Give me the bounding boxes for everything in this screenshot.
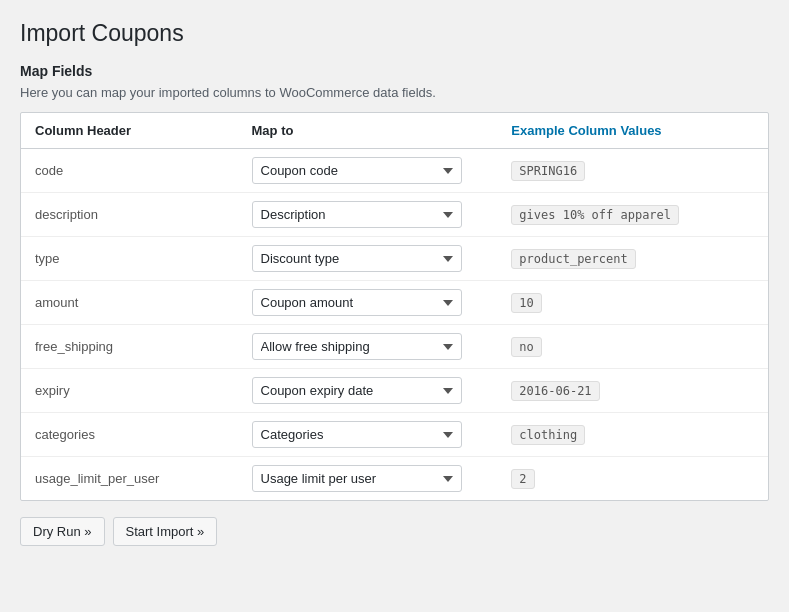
row-expiry-select[interactable]: -- Do not import --Coupon codeDescriptio…	[252, 377, 462, 404]
row-type-example: product_percent	[497, 237, 768, 281]
row-free_shipping-example: no	[497, 325, 768, 369]
row-free_shipping-example-value: no	[511, 337, 541, 357]
row-type-select[interactable]: -- Do not import --Coupon codeDescriptio…	[252, 245, 462, 272]
row-expiry-example-value: 2016-06-21	[511, 381, 599, 401]
table-row: free_shipping-- Do not import --Coupon c…	[21, 325, 768, 369]
row-expiry-mapto-cell: -- Do not import --Coupon codeDescriptio…	[238, 369, 498, 413]
row-free_shipping-select[interactable]: -- Do not import --Coupon codeDescriptio…	[252, 333, 462, 360]
table-row: description-- Do not import --Coupon cod…	[21, 193, 768, 237]
table-row: code-- Do not import --Coupon codeDescri…	[21, 149, 768, 193]
description-text: Here you can map your imported columns t…	[20, 85, 769, 100]
row-code-mapto-cell: -- Do not import --Coupon codeDescriptio…	[238, 149, 498, 193]
row-code-select[interactable]: -- Do not import --Coupon codeDescriptio…	[252, 157, 462, 184]
section-title: Map Fields	[20, 63, 769, 79]
row-type-header: type	[21, 237, 238, 281]
dry-run-button[interactable]: Dry Run »	[20, 517, 105, 546]
row-amount-select[interactable]: -- Do not import --Coupon codeDescriptio…	[252, 289, 462, 316]
row-description-mapto-cell: -- Do not import --Coupon codeDescriptio…	[238, 193, 498, 237]
row-expiry-header: expiry	[21, 369, 238, 413]
row-amount-header: amount	[21, 281, 238, 325]
row-description-header: description	[21, 193, 238, 237]
map-fields-table: Column Header Map to Example Column Valu…	[21, 113, 768, 500]
page-title: Import Coupons	[20, 20, 769, 47]
row-categories-mapto-cell: -- Do not import --Coupon codeDescriptio…	[238, 413, 498, 457]
row-code-example: SPRING16	[497, 149, 768, 193]
row-usage_limit_per_user-select[interactable]: -- Do not import --Coupon codeDescriptio…	[252, 465, 462, 492]
row-amount-example-value: 10	[511, 293, 541, 313]
row-categories-example: clothing	[497, 413, 768, 457]
action-buttons: Dry Run » Start Import »	[20, 517, 769, 546]
row-amount-mapto-cell: -- Do not import --Coupon codeDescriptio…	[238, 281, 498, 325]
row-usage_limit_per_user-mapto-cell: -- Do not import --Coupon codeDescriptio…	[238, 457, 498, 501]
row-categories-header: categories	[21, 413, 238, 457]
col-header-mapto: Map to	[238, 113, 498, 149]
row-free_shipping-header: free_shipping	[21, 325, 238, 369]
col-header-example: Example Column Values	[497, 113, 768, 149]
table-row: type-- Do not import --Coupon codeDescri…	[21, 237, 768, 281]
row-code-example-value: SPRING16	[511, 161, 585, 181]
row-usage_limit_per_user-example: 2	[497, 457, 768, 501]
row-description-select[interactable]: -- Do not import --Coupon codeDescriptio…	[252, 201, 462, 228]
row-categories-select[interactable]: -- Do not import --Coupon codeDescriptio…	[252, 421, 462, 448]
row-free_shipping-mapto-cell: -- Do not import --Coupon codeDescriptio…	[238, 325, 498, 369]
row-expiry-example: 2016-06-21	[497, 369, 768, 413]
row-code-header: code	[21, 149, 238, 193]
table-row: amount-- Do not import --Coupon codeDesc…	[21, 281, 768, 325]
row-amount-example: 10	[497, 281, 768, 325]
row-description-example: gives 10% off apparel	[497, 193, 768, 237]
row-categories-example-value: clothing	[511, 425, 585, 445]
col-header-column: Column Header	[21, 113, 238, 149]
row-usage_limit_per_user-header: usage_limit_per_user	[21, 457, 238, 501]
map-fields-table-container: Column Header Map to Example Column Valu…	[20, 112, 769, 501]
start-import-button[interactable]: Start Import »	[113, 517, 218, 546]
table-row: expiry-- Do not import --Coupon codeDesc…	[21, 369, 768, 413]
table-row: usage_limit_per_user-- Do not import --C…	[21, 457, 768, 501]
row-usage_limit_per_user-example-value: 2	[511, 469, 534, 489]
row-type-mapto-cell: -- Do not import --Coupon codeDescriptio…	[238, 237, 498, 281]
row-type-example-value: product_percent	[511, 249, 635, 269]
row-description-example-value: gives 10% off apparel	[511, 205, 679, 225]
table-row: categories-- Do not import --Coupon code…	[21, 413, 768, 457]
table-header-row: Column Header Map to Example Column Valu…	[21, 113, 768, 149]
